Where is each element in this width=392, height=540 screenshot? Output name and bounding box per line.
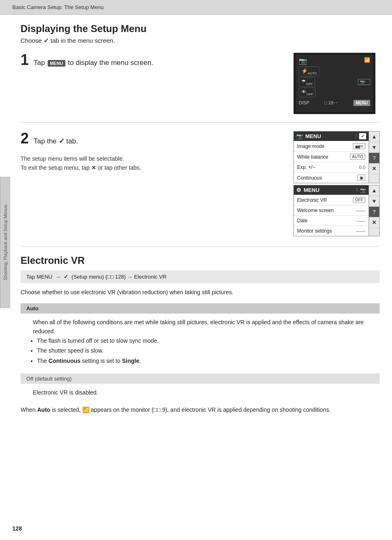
cam-row-1: ⚡AUTO bbox=[299, 67, 370, 76]
val-date: —— bbox=[356, 218, 365, 223]
cam-row-2: ☂OFF 📷m bbox=[299, 77, 370, 87]
menu-row-white-balance[interactable]: White balance AUTO bbox=[294, 152, 369, 162]
nav-up[interactable]: ▲ bbox=[369, 132, 379, 142]
menu-dots: ⋮ bbox=[354, 134, 358, 139]
camera-screen-1: 📷 📶 ⚡AUTO ☂OFF 📷m 👁OFF bbox=[293, 53, 376, 114]
menu-cam-icon: 📷 bbox=[296, 133, 303, 139]
cam-flash-icon: ⚡AUTO bbox=[299, 67, 319, 76]
step2-container: 2 Tap the ✓ tab. The setup menu items wi… bbox=[21, 131, 380, 247]
step1-left: 1 Tap MENU to display the menu screen. bbox=[21, 53, 293, 114]
menu-row-date[interactable]: Date —— bbox=[294, 216, 369, 226]
cam-row-3: 👁OFF bbox=[299, 88, 370, 97]
nav-help[interactable]: ? bbox=[369, 153, 379, 164]
option-auto-bullets: The flash is turned off or set to slow s… bbox=[37, 336, 367, 365]
label-date: Date bbox=[297, 218, 307, 224]
header-text: Basic Camera Setup: The Setup Menu bbox=[12, 4, 104, 10]
menu-panel-1-header: 📷 MENU ⋮ ✓ bbox=[294, 132, 369, 141]
cam-eye-icon: 👁OFF bbox=[299, 88, 316, 97]
label-evr: Electronic VR bbox=[297, 197, 327, 203]
option-auto-content: When all of the following conditions are… bbox=[21, 314, 380, 370]
val-continuous: ▣ bbox=[357, 175, 365, 181]
menu-row-monitor[interactable]: Monitor settings —— bbox=[294, 226, 369, 236]
option-off-text: Electronic VR is disabled. bbox=[33, 388, 367, 397]
section1-title: Displaying the Setup Menu bbox=[21, 23, 380, 35]
panel-nav-1: ▲ ▼ ? ✕ bbox=[369, 132, 379, 183]
menu-panel-1: 📷 MENU ⋮ ✓ Image mode 📷m White balanc bbox=[293, 131, 380, 183]
step2-left: 2 Tap the ✓ tab. The setup menu items wi… bbox=[21, 131, 293, 238]
nav-help-2[interactable]: ? bbox=[369, 207, 379, 217]
cam-wifi-icon: 📶 bbox=[364, 57, 370, 63]
option-off-header: Off (default setting) bbox=[21, 374, 380, 384]
step2-number: 2 bbox=[21, 131, 29, 146]
nav-close[interactable]: ✕ bbox=[369, 164, 379, 174]
val-monitor: —— bbox=[356, 228, 365, 233]
option-off-label: Off (default setting) bbox=[26, 376, 71, 382]
cam-counter: □ 18･･ bbox=[324, 100, 338, 105]
option-off-content: Electronic VR is disabled. bbox=[21, 384, 380, 401]
step2-desc1: The setup menu items will be selectable. bbox=[21, 155, 285, 162]
step1-number: 1 bbox=[21, 53, 29, 67]
menu-title-2: MENU bbox=[304, 187, 319, 193]
label-welcome: Welcome screen bbox=[297, 208, 334, 213]
bullet-1: The flash is turned off or set to slow s… bbox=[37, 336, 367, 345]
step2-heading: Tap the ✓ tab. bbox=[34, 134, 78, 145]
menu-row-continuous[interactable]: Continuous ▣ bbox=[294, 173, 369, 183]
final-desc: When Auto is selected, 📶 appears on the … bbox=[21, 405, 380, 414]
evr-desc: Choose whether to use electronic VR (vib… bbox=[21, 288, 380, 297]
menu-key-1: MENU bbox=[48, 60, 65, 67]
val-white-balance: AUTO bbox=[350, 154, 366, 160]
menu-wrench-icon: ⚙ bbox=[296, 187, 301, 193]
step1-camera: 📷 📶 ⚡AUTO ☂OFF 📷m 👁OFF bbox=[293, 53, 380, 114]
nav-close-2[interactable]: ✕ bbox=[369, 217, 379, 228]
option-auto-text: When all of the following conditions are… bbox=[33, 318, 367, 336]
cam-img-val: 📷m bbox=[358, 79, 370, 85]
label-exp: Exp. +/− bbox=[297, 164, 316, 170]
side-tab-text: Shooting, Playback and Setup Menus bbox=[3, 205, 8, 280]
label-continuous: Continuous bbox=[297, 175, 322, 181]
val-exp: 0.0 bbox=[359, 165, 365, 170]
cam-menu-btn[interactable]: MENU bbox=[353, 100, 370, 106]
cam-bottom: DISP □ 18･･ MENU bbox=[297, 98, 372, 107]
bullet-2: The shutter speed is slow. bbox=[37, 346, 367, 355]
step1-container: 1 Tap MENU to display the menu screen. 📷… bbox=[21, 53, 380, 123]
cam-wb-icon: ☂OFF bbox=[299, 77, 315, 87]
bullet-3: The Continuous setting is set to Single. bbox=[37, 356, 367, 365]
menu-panel-2-main: ⚙ MENU ⋮ 📷 Electronic VR OFF Welcome s bbox=[294, 185, 369, 236]
top-header: Basic Camera Setup: The Setup Menu bbox=[0, 0, 392, 15]
nav-up-2[interactable]: ▲ bbox=[369, 185, 379, 196]
menu-panel-1-main: 📷 MENU ⋮ ✓ Image mode 📷m White balanc bbox=[294, 132, 369, 183]
menu-panel-2: ⚙ MENU ⋮ 📷 Electronic VR OFF Welcome s bbox=[293, 185, 380, 236]
menu-row-welcome[interactable]: Welcome screen —— bbox=[294, 205, 369, 216]
label-white-balance: White balance bbox=[297, 154, 328, 160]
option-auto-header: Auto bbox=[21, 303, 380, 314]
panel-nav-2: ▲ ▼ ? ✕ bbox=[369, 185, 379, 236]
evr-tap-box: Tap MENU → ✓ (Setup menu) (□□ 128) → Ele… bbox=[21, 270, 380, 283]
val-evr: OFF bbox=[353, 197, 365, 203]
page-number: 128 bbox=[12, 525, 22, 532]
step1-text: Tap MENU to display the menu screen. bbox=[34, 56, 153, 67]
step2-desc2: To exit the setup menu, tap ✕ or tap oth… bbox=[21, 164, 285, 171]
cam-photo-icon: 📷 bbox=[299, 57, 307, 65]
side-tab: Shooting, Playback and Setup Menus bbox=[0, 177, 10, 308]
menu-row-image-mode[interactable]: Image mode 📷m bbox=[294, 141, 369, 152]
section1-subtitle: Choose ✓ tab in the menu screen. bbox=[21, 37, 380, 44]
menu-tab-selected[interactable]: ✓ bbox=[359, 133, 366, 139]
menu-row-exp[interactable]: Exp. +/− 0.0 bbox=[294, 162, 369, 173]
val-welcome: —— bbox=[356, 208, 365, 213]
option-auto-label: Auto bbox=[26, 305, 39, 312]
menu-cam-tab[interactable]: 📷 bbox=[360, 187, 366, 193]
menu-title-1: MENU bbox=[305, 133, 321, 139]
nav-down[interactable]: ▼ bbox=[369, 142, 379, 153]
val-image-mode: 📷m bbox=[353, 143, 365, 149]
step2-menus: 📷 MENU ⋮ ✓ Image mode 📷m White balanc bbox=[293, 131, 380, 238]
menu-dots-2: ⋮ bbox=[355, 187, 359, 193]
label-image-mode: Image mode bbox=[297, 143, 325, 149]
evr-menu-key: MENU bbox=[37, 274, 52, 280]
menu-panel-2-header: ⚙ MENU ⋮ 📷 bbox=[294, 185, 369, 195]
cam-disp: DISP bbox=[299, 100, 309, 105]
evr-title: Electronic VR bbox=[21, 255, 380, 266]
nav-down-2[interactable]: ▼ bbox=[369, 196, 379, 207]
label-monitor: Monitor settings bbox=[297, 228, 332, 234]
menu-row-evr[interactable]: Electronic VR OFF bbox=[294, 195, 369, 205]
